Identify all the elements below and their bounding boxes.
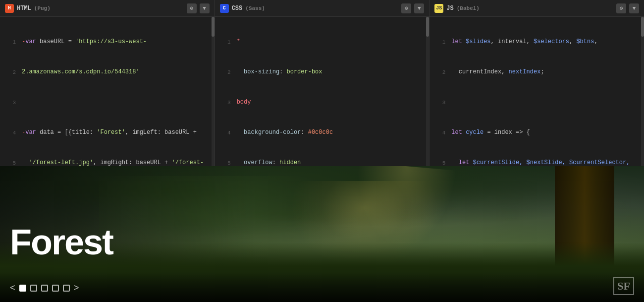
css-line-1: 1 * [215, 37, 429, 47]
js-editor-body: 1 let $slides, interval, $selectors, $bt… [429, 17, 644, 166]
js-scrollbar[interactable] [641, 17, 644, 166]
html-line-5: 5 '/forest-left.jpg', imgRight: baseURL … [0, 158, 215, 166]
html-settings-button[interactable]: ⚙ [187, 3, 197, 13]
js-editor-panel: JS JS (Babel) ⚙ ▼ 1 let $slides, interva… [429, 0, 644, 166]
css-scrollbar[interactable] [426, 17, 429, 166]
css-icon: C [220, 4, 229, 13]
html-collapse-button[interactable]: ▼ [200, 3, 210, 13]
nav-dot-3[interactable] [41, 285, 48, 292]
css-line-2: 2 box-sizing: border-box [215, 67, 429, 77]
nav-dots-container: < > [10, 283, 79, 293]
light-beam [351, 166, 457, 252]
html-line-2: 2 2.amazonaws.com/s.cdpn.io/544318' [0, 67, 215, 77]
html-scrollbar[interactable] [212, 17, 215, 166]
css-settings-button[interactable]: ⚙ [401, 3, 411, 13]
css-line-4: 4 background-color: #0c0c0c [215, 127, 429, 138]
html-editor-title: H HTML (Pug) [5, 4, 51, 13]
js-editor-controls: ⚙ ▼ [616, 3, 639, 13]
html-code-content: 1 -var baseURL = 'https://s3-us-west- 2 … [0, 17, 215, 166]
js-line-2: 2 currentIndex, nextIndex; [429, 67, 644, 77]
prev-arrow[interactable]: < [10, 283, 15, 293]
js-collapse-button[interactable]: ▼ [629, 3, 639, 13]
css-code-content: 1 * 2 box-sizing: border-box 3 body 4 ba… [215, 17, 429, 166]
css-editor-header: C CSS (Sass) ⚙ ▼ [215, 0, 429, 17]
nav-dot-2[interactable] [30, 285, 37, 292]
js-line-3: 3 [429, 97, 644, 108]
css-editor-body: 1 * 2 box-sizing: border-box 3 body 4 ba… [215, 17, 429, 166]
preview-area: Forest < > SF [0, 166, 644, 302]
html-scroll-thumb[interactable] [212, 17, 215, 37]
html-line-1: 1 -var baseURL = 'https://s3-us-west- [0, 37, 215, 47]
js-lang-name: JS [446, 5, 453, 12]
html-line-4: 4 -var data = [{title: 'Forest', imgLeft… [0, 127, 215, 138]
html-lang-sub: (Pug) [34, 5, 51, 11]
css-editor-controls: ⚙ ▼ [401, 3, 424, 13]
js-line-4: 4 let cycle = index => { [429, 127, 644, 138]
css-editor-panel: C CSS (Sass) ⚙ ▼ 1 * 2 box-sizing: borde… [215, 0, 430, 166]
nav-dot-4[interactable] [52, 285, 59, 292]
css-scroll-thumb[interactable] [426, 17, 429, 37]
ground-dark [0, 272, 644, 302]
slide-title: Forest [10, 222, 113, 262]
css-line-5: 5 overflow: hidden [215, 158, 429, 166]
nav-dot-5[interactable] [63, 285, 70, 292]
js-line-1: 1 let $slides, interval, $selectors, $bt… [429, 37, 644, 47]
js-editor-header: JS JS (Babel) ⚙ ▼ [429, 0, 644, 17]
js-line-5: 5 let $currentSlide, $nextSlide, $curren… [429, 158, 644, 166]
css-collapse-button[interactable]: ▼ [414, 3, 424, 13]
js-code-content: 1 let $slides, interval, $selectors, $bt… [429, 17, 644, 166]
html-line-3: 3 [0, 97, 215, 108]
html-icon: H [5, 4, 14, 13]
css-lang-sub: (Sass) [245, 5, 265, 11]
nav-dot-1[interactable] [19, 285, 26, 292]
js-icon: JS [434, 4, 443, 13]
editors-area: H HTML (Pug) ⚙ ▼ 1 -var baseURL = 'https… [0, 0, 644, 166]
js-editor-title: JS JS (Babel) [434, 4, 480, 13]
html-lang-name: HTML [17, 5, 31, 12]
sf-logo: SF [613, 277, 634, 295]
css-lang-name: CSS [232, 5, 243, 12]
next-arrow[interactable]: > [74, 283, 79, 293]
js-scroll-thumb[interactable] [641, 17, 644, 37]
html-editor-header: H HTML (Pug) ⚙ ▼ [0, 0, 215, 17]
js-lang-sub: (Babel) [457, 5, 480, 11]
js-settings-button[interactable]: ⚙ [616, 3, 626, 13]
html-editor-body: 1 -var baseURL = 'https://s3-us-west- 2 … [0, 17, 215, 166]
html-editor-panel: H HTML (Pug) ⚙ ▼ 1 -var baseURL = 'https… [0, 0, 215, 166]
css-editor-title: C CSS (Sass) [220, 4, 265, 13]
html-editor-controls: ⚙ ▼ [187, 3, 210, 13]
css-line-3: 3 body [215, 97, 429, 108]
